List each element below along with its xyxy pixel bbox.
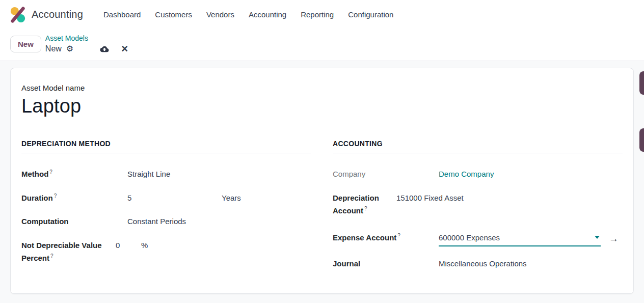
menu-vendors[interactable]: Vendors: [199, 6, 242, 23]
expense-account-value[interactable]: 600000 Expenses: [439, 231, 500, 244]
menu-reporting[interactable]: Reporting: [293, 6, 341, 23]
not-depreciable-label: Not Depreciable Value Percent: [21, 241, 102, 263]
duration-input[interactable]: 5: [127, 191, 222, 205]
field-depreciation-account: Depreciation Account? 151000 Fixed Asset: [333, 191, 623, 217]
percent-sign: %: [141, 239, 148, 252]
field-not-depreciable-value-percent: Not Depreciable Value Percent? 0 %: [21, 239, 311, 265]
field-journal: Journal Miscellaneous Operations: [333, 257, 623, 270]
expense-account-input[interactable]: 600000 Expenses: [439, 231, 601, 247]
method-label: Method: [21, 170, 48, 178]
top-navbar: Accounting Dashboard Customers Vendors A…: [0, 0, 644, 29]
breadcrumb-asset-models-link[interactable]: Asset Models: [45, 34, 88, 43]
asset-model-name-input[interactable]: Laptop: [21, 95, 623, 117]
field-duration: Duration? 5 Years: [21, 191, 311, 205]
side-panel-tab-bottom[interactable]: [639, 128, 644, 152]
new-button[interactable]: New: [10, 36, 41, 52]
help-icon: ?: [364, 206, 367, 211]
journal-value[interactable]: Miscellaneous Operations: [439, 257, 527, 270]
gear-icon[interactable]: ⚙: [66, 44, 73, 54]
depreciation-account-label: Depreciation Account: [333, 194, 379, 215]
asset-model-name-label: Asset Model name: [21, 84, 623, 92]
app-switcher[interactable]: Accounting: [9, 6, 83, 23]
journal-label: Journal: [333, 257, 439, 270]
save-cloud-icon[interactable]: [99, 45, 110, 53]
help-icon: ?: [49, 169, 52, 175]
side-panel-tab-top[interactable]: [639, 71, 644, 95]
menu-customers[interactable]: Customers: [148, 6, 199, 23]
expense-account-label: Expense Account: [333, 233, 396, 242]
menu-configuration[interactable]: Configuration: [341, 6, 400, 23]
section-divider: [21, 153, 311, 153]
content-area: Asset Model name Laptop DEPRECIATION MET…: [0, 61, 644, 300]
menu-dashboard[interactable]: Dashboard: [96, 6, 148, 23]
depreciation-account-value[interactable]: 151000 Fixed Asset: [396, 191, 464, 205]
discard-x-icon[interactable]: ×: [121, 43, 128, 54]
computation-value[interactable]: Constant Periods: [127, 215, 186, 228]
dropdown-caret-icon[interactable]: [595, 236, 600, 239]
method-value[interactable]: Straight Line: [127, 168, 170, 181]
field-computation: Computation Constant Periods: [21, 215, 311, 228]
duration-label: Duration: [21, 194, 53, 202]
app-header: Accounting Dashboard Customers Vendors A…: [0, 0, 644, 61]
section-divider: [333, 153, 623, 153]
company-value-link[interactable]: Demo Company: [439, 168, 494, 181]
help-icon: ?: [397, 233, 400, 238]
field-company: Company Demo Company: [333, 168, 623, 181]
section-accounting: ACCOUNTING Company Demo Company Deprecia…: [333, 140, 623, 281]
not-depreciable-input[interactable]: 0: [116, 239, 141, 252]
company-label: Company: [333, 168, 439, 181]
accounting-app-icon: [9, 6, 26, 23]
field-method: Method? Straight Line: [21, 168, 311, 181]
main-menu: Dashboard Customers Vendors Accounting R…: [96, 6, 400, 23]
menu-accounting[interactable]: Accounting: [242, 6, 293, 23]
duration-unit[interactable]: Years: [222, 191, 241, 205]
internal-link-arrow-icon[interactable]: →: [609, 234, 619, 243]
help-icon: ?: [50, 253, 53, 259]
section-title: ACCOUNTING: [333, 140, 623, 148]
section-title: DEPRECIATION METHOD: [21, 140, 311, 148]
app-name: Accounting: [32, 9, 83, 20]
asset-model-form: Asset Model name Laptop DEPRECIATION MET…: [10, 68, 634, 294]
breadcrumb: Asset Models New ⚙ ×: [45, 33, 128, 54]
help-icon: ?: [54, 193, 57, 199]
computation-label: Computation: [21, 215, 127, 228]
section-depreciation-method: DEPRECIATION METHOD Method? Straight Lin…: [21, 140, 311, 281]
field-expense-account: Expense Account? 600000 Expenses →: [333, 231, 623, 247]
breadcrumb-current: New: [45, 44, 62, 54]
control-panel: New Asset Models New ⚙ ×: [0, 29, 644, 61]
